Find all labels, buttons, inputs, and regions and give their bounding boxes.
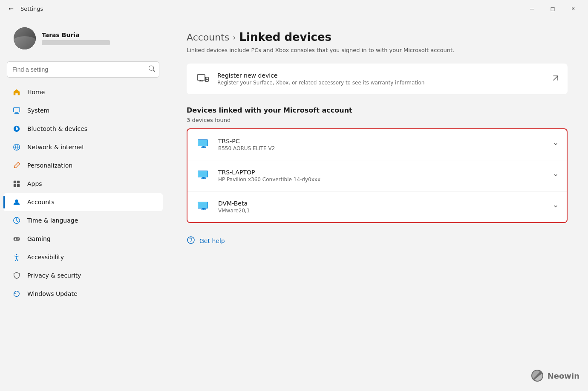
user-info: Taras Buria [42, 32, 153, 45]
svg-rect-4 [14, 181, 16, 183]
svg-rect-15 [198, 140, 208, 146]
sidebar-item-label-personalization: Personalization [27, 162, 72, 169]
sidebar-item-accessibility[interactable]: Accessibility [3, 248, 163, 266]
register-device-text: Register new device Register your Surfac… [217, 72, 545, 86]
search-container [7, 61, 159, 78]
register-device-card[interactable]: Register new device Register your Surfac… [187, 64, 568, 94]
device-item-trs-pc[interactable]: TRS-PC B550 AORUS ELITE V2 [187, 129, 567, 160]
svg-rect-10 [14, 237, 20, 240]
network-icon [12, 142, 21, 152]
device-monitor-icon-1 [196, 168, 211, 183]
sidebar-item-label-privacy: Privacy & security [27, 272, 81, 279]
sidebar-item-label-home: Home [27, 89, 45, 96]
sidebar-item-update[interactable]: Windows Update [3, 285, 163, 303]
svg-point-11 [16, 254, 17, 255]
device-item-dvm-beta[interactable]: DVM-Beta VMware20,1 [187, 191, 567, 222]
device-name-2: DVM-Beta [218, 200, 546, 207]
neowin-badge: Neowin [530, 369, 579, 382]
apps-icon [12, 179, 21, 188]
update-icon [12, 289, 21, 298]
svg-rect-6 [14, 184, 16, 187]
sidebar-item-bluetooth[interactable]: Bluetooth & devices [3, 120, 163, 138]
sidebar-item-network[interactable]: Network & internet [3, 138, 163, 156]
window-controls: — □ ✕ [522, 2, 583, 15]
bluetooth-icon [12, 124, 21, 133]
accessibility-icon [12, 252, 21, 262]
sidebar-nav: Home System [0, 81, 166, 305]
svg-rect-17 [198, 171, 208, 177]
neowin-label: Neowin [548, 371, 579, 380]
device-item-trs-laptop[interactable]: TRS-LAPTOP HP Pavilion x360 Convertible … [187, 160, 567, 191]
get-help-link[interactable]: Get help [187, 233, 568, 248]
device-info-0: TRS-PC B550 AORUS ELITE V2 [218, 138, 546, 151]
svg-rect-5 [17, 181, 20, 183]
sidebar-item-home[interactable]: Home [3, 83, 163, 101]
sidebar-item-label-update: Windows Update [27, 290, 78, 297]
device-info-2: DVM-Beta VMware20,1 [218, 200, 546, 214]
device-model-2: VMware20,1 [218, 208, 546, 214]
sidebar-item-personalization[interactable]: Personalization [3, 156, 163, 174]
device-model-1: HP Pavilion x360 Convertible 14-dy0xxx [218, 177, 546, 182]
sidebar-item-label-accounts: Accounts [27, 199, 55, 206]
breadcrumb-parent[interactable]: Accounts [187, 32, 229, 43]
register-device-title: Register new device [217, 72, 545, 79]
home-icon [12, 87, 21, 97]
svg-rect-0 [14, 108, 20, 112]
main-content: Accounts › Linked devices Linked devices… [166, 17, 588, 391]
device-name-0: TRS-PC [218, 138, 546, 145]
sidebar-item-label-accessibility: Accessibility [27, 254, 64, 261]
sidebar-item-label-apps: Apps [27, 180, 42, 187]
svg-rect-12 [197, 75, 205, 80]
help-icon [187, 236, 195, 246]
breadcrumb: Accounts › Linked devices [187, 31, 568, 43]
svg-rect-1 [15, 113, 18, 113]
avatar [14, 27, 36, 49]
maximize-button[interactable]: □ [543, 2, 562, 15]
sidebar-item-system[interactable]: System [3, 101, 163, 119]
system-icon [12, 106, 21, 115]
section-title: Devices linked with your Microsoft accou… [187, 106, 568, 114]
sidebar-item-label-gaming: Gaming [27, 235, 51, 242]
svg-rect-7 [17, 184, 20, 187]
search-input[interactable] [7, 61, 159, 78]
sidebar-item-label-system: System [27, 107, 49, 114]
device-info-1: TRS-LAPTOP HP Pavilion x360 Convertible … [218, 169, 546, 182]
sidebar-item-accounts[interactable]: Accounts [3, 193, 163, 211]
sidebar-item-gaming[interactable]: Gaming [3, 230, 163, 248]
breadcrumb-separator: › [233, 33, 236, 42]
titlebar: ← Settings — □ ✕ [0, 0, 588, 17]
register-device-icon [195, 71, 210, 87]
breadcrumb-current: Linked devices [239, 31, 332, 43]
sidebar-item-privacy[interactable]: Privacy & security [3, 266, 163, 284]
close-button[interactable]: ✕ [563, 2, 583, 15]
sidebar-item-label-bluetooth: Bluetooth & devices [27, 125, 87, 132]
device-monitor-icon-0 [196, 137, 211, 152]
app-container: Taras Buria Home [0, 17, 588, 391]
sidebar: Taras Buria Home [0, 17, 166, 391]
personalization-icon [12, 161, 21, 170]
minimize-button[interactable]: — [522, 2, 542, 15]
app-title: Settings [20, 6, 522, 12]
devices-count: 3 devices found [187, 117, 568, 123]
page-description: Linked devices include PCs and Xbox cons… [187, 47, 519, 53]
sidebar-item-time[interactable]: Time & language [3, 211, 163, 229]
device-monitor-icon-2 [196, 199, 211, 214]
back-button[interactable]: ← [5, 3, 17, 14]
sidebar-item-apps[interactable]: Apps [3, 175, 163, 193]
sidebar-item-label-network: Network & internet [27, 144, 84, 151]
device-chevron-0 [553, 141, 558, 148]
search-icon [149, 66, 155, 74]
svg-rect-19 [198, 202, 208, 208]
privacy-icon [12, 271, 21, 280]
register-device-subtitle: Register your Surface, Xbox, or related … [217, 80, 545, 86]
user-name: Taras Buria [42, 32, 153, 38]
device-chevron-1 [553, 172, 558, 179]
svg-point-21 [190, 241, 191, 242]
register-device-arrow [552, 75, 559, 83]
accounts-icon [12, 197, 21, 207]
svg-point-8 [15, 200, 18, 203]
device-chevron-2 [553, 203, 558, 210]
time-icon [12, 216, 21, 225]
user-email [42, 40, 110, 45]
user-profile[interactable]: Taras Buria [5, 20, 161, 56]
